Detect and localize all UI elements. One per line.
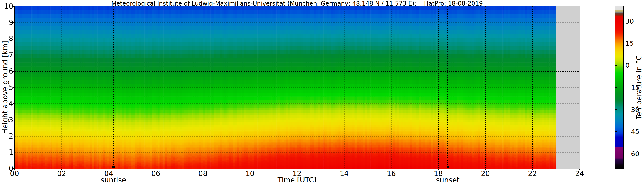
x-tick-label: 14 bbox=[331, 169, 357, 178]
y-tick-mark bbox=[13, 104, 14, 104]
x-tick-mark bbox=[108, 169, 109, 170]
colorbar-tick-label: −60 bbox=[626, 150, 644, 158]
x-tick-mark bbox=[438, 169, 438, 170]
figure: Meteorological Institute of Ludwig-Maxim… bbox=[0, 0, 644, 182]
y-tick-label: 10 bbox=[0, 2, 13, 10]
temperature-heatmap-canvas bbox=[14, 6, 580, 168]
y-tick-label: 6 bbox=[0, 67, 13, 75]
y-tick-label: 8 bbox=[0, 35, 13, 43]
y-tick-mark bbox=[13, 87, 14, 88]
colorbar-tick-mark bbox=[615, 154, 617, 154]
y-tick-label: 0 bbox=[0, 164, 13, 172]
x-tick-mark bbox=[344, 169, 344, 170]
y-tick-label: 9 bbox=[0, 19, 13, 27]
x-tick-mark bbox=[250, 169, 250, 170]
x-tick-label: 24 bbox=[567, 169, 592, 178]
y-tick-label: 3 bbox=[0, 116, 13, 124]
x-tick-label: 10 bbox=[237, 169, 263, 178]
x-tick-mark bbox=[579, 169, 580, 170]
y-tick-mark bbox=[13, 38, 14, 39]
y-tick-mark bbox=[13, 120, 14, 120]
x-tick-label: 02 bbox=[49, 169, 74, 178]
colorbar-tick-label: 30 bbox=[626, 17, 644, 25]
x-tick-mark bbox=[532, 169, 533, 170]
y-tick-mark bbox=[13, 168, 14, 169]
y-tick-mark bbox=[13, 136, 14, 136]
colorbar-tick-mark bbox=[615, 65, 617, 66]
y-tick-mark bbox=[13, 71, 14, 72]
colorbar-tick-mark bbox=[615, 132, 617, 132]
colorbar-tick-mark bbox=[615, 21, 617, 22]
y-tick-label: 5 bbox=[0, 84, 13, 92]
x-tick-mark bbox=[203, 169, 203, 170]
colorbar-label: Temperature in °C bbox=[635, 44, 643, 130]
colorbar-tick-mark bbox=[615, 43, 617, 44]
y-tick-label: 2 bbox=[0, 132, 13, 140]
y-tick-mark bbox=[13, 22, 14, 23]
x-tick-label: 16 bbox=[378, 169, 404, 178]
x-tick-mark bbox=[485, 169, 486, 170]
colorbar-tick-mark bbox=[615, 110, 617, 110]
x-tick-mark bbox=[156, 169, 156, 170]
x-tick-mark bbox=[14, 169, 15, 170]
x-tick-label: 20 bbox=[472, 169, 498, 178]
x-tick-label: 12 bbox=[284, 169, 310, 178]
y-tick-mark bbox=[13, 6, 14, 7]
colorbar-tick-mark bbox=[615, 87, 617, 88]
y-tick-label: 1 bbox=[0, 148, 13, 156]
sunset-annotation: sunset bbox=[426, 176, 469, 182]
x-tick-label: 06 bbox=[143, 169, 169, 178]
plot-area bbox=[14, 6, 580, 169]
x-tick-mark bbox=[62, 169, 62, 170]
y-tick-label: 4 bbox=[0, 100, 13, 108]
x-tick-mark bbox=[391, 169, 392, 170]
x-tick-label: 22 bbox=[520, 169, 545, 178]
y-tick-mark bbox=[13, 152, 14, 152]
x-tick-mark bbox=[297, 169, 297, 170]
sunrise-annotation: sunrise bbox=[92, 176, 135, 182]
x-tick-label: 08 bbox=[190, 169, 216, 178]
y-tick-mark bbox=[13, 55, 14, 55]
y-tick-label: 7 bbox=[0, 51, 13, 59]
